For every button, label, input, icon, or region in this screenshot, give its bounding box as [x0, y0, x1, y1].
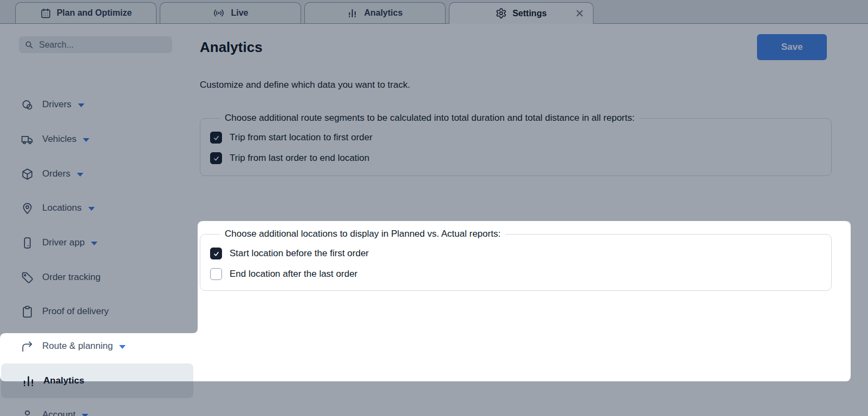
sidebar-item-account[interactable]: Account — [0, 398, 193, 416]
sidebar-item-label: Order tracking — [42, 272, 101, 283]
option-label: End location after the last order — [230, 269, 357, 280]
sidebar-item-label: Vehicles — [42, 134, 76, 145]
top-tab-bar: Plan and Optimize Live Analytics — [0, 0, 868, 24]
checkmark-icon — [212, 134, 220, 141]
tab-label: Settings — [512, 9, 546, 18]
checkmark-icon — [212, 250, 220, 257]
bar-chart-icon — [347, 8, 358, 19]
search-input[interactable] — [38, 40, 167, 50]
sidebar-search — [19, 36, 172, 53]
checkmark-icon — [212, 155, 220, 162]
main-content: Analytics Save Customize and define whic… — [198, 24, 868, 416]
app-window: Plan and Optimize Live Analytics — [0, 0, 868, 416]
sidebar-item-label: Drivers — [42, 99, 71, 110]
sidebar: Drivers Vehicles Orders — [0, 24, 198, 416]
page-title: Analytics — [200, 39, 263, 56]
calendar-icon — [40, 8, 51, 19]
tab-label: Plan and Optimize — [57, 8, 132, 18]
checkbox[interactable] — [210, 268, 222, 280]
close-tab-icon[interactable] — [575, 9, 584, 18]
tab-analytics[interactable]: Analytics — [304, 2, 446, 23]
sidebar-item-vehicles[interactable]: Vehicles — [0, 122, 193, 157]
sidebar-item-label: Analytics — [43, 375, 84, 386]
tab-label: Live — [231, 8, 248, 18]
route-segments-legend: Choose additional route segments to be c… — [220, 113, 639, 123]
chevron-down-icon — [83, 138, 89, 142]
phone-icon — [20, 236, 34, 250]
chevron-down-icon — [88, 207, 95, 211]
tab-plan-and-optimize[interactable]: Plan and Optimize — [15, 2, 156, 23]
sidebar-item-drivers[interactable]: Drivers — [0, 87, 193, 122]
clipboard-icon — [20, 304, 34, 318]
sidebar-item-proof-of-delivery[interactable]: Proof of delivery — [0, 294, 193, 329]
live-icon — [212, 8, 225, 18]
chevron-down-icon — [82, 414, 88, 416]
route-segments-section: Choose additional route segments to be c… — [200, 113, 832, 176]
chevron-down-icon — [119, 345, 126, 349]
tag-icon — [20, 270, 34, 284]
option-start-location[interactable]: Start location before the first order — [210, 245, 821, 262]
tab-settings[interactable]: Settings — [449, 2, 593, 24]
planned-vs-actual-section: Choose additional locations to display i… — [200, 229, 832, 291]
sidebar-item-label: Locations — [42, 203, 82, 213]
package-icon — [20, 167, 34, 181]
sidebar-item-route-planning[interactable]: Route & planning — [0, 329, 193, 363]
option-label: Start location before the first order — [230, 248, 369, 259]
tab-label: Analytics — [364, 8, 402, 18]
route-arrow-icon — [20, 339, 34, 353]
sidebar-item-driver-app[interactable]: Driver app — [0, 225, 193, 260]
option-trip-last-to-end[interactable]: Trip from last order to end location — [210, 150, 821, 167]
sidebar-item-label: Proof of delivery — [42, 306, 109, 317]
option-trip-start-to-first[interactable]: Trip from start location to first order — [210, 129, 821, 146]
person-icon — [20, 408, 34, 416]
planned-vs-actual-legend: Choose additional locations to display i… — [220, 229, 505, 239]
chevron-down-icon — [78, 103, 84, 107]
chevron-down-icon — [77, 173, 83, 177]
sidebar-item-label: Driver app — [42, 237, 84, 248]
search-icon — [24, 40, 34, 49]
truck-icon — [20, 132, 34, 146]
option-end-location[interactable]: End location after the last order — [210, 265, 821, 283]
sidebar-item-label: Orders — [42, 168, 70, 179]
chevron-down-icon — [91, 242, 97, 245]
sidebar-item-locations[interactable]: Locations — [0, 191, 193, 225]
checkbox[interactable] — [210, 152, 222, 164]
sidebar-item-order-tracking[interactable]: Order tracking — [0, 260, 193, 295]
checkbox[interactable] — [210, 248, 222, 259]
option-label: Trip from start location to first order — [230, 132, 373, 143]
bar-chart-icon — [21, 374, 35, 388]
checkbox[interactable] — [210, 132, 222, 144]
save-button[interactable]: Save — [757, 34, 827, 60]
page-description: Customize and define which data you want… — [200, 80, 410, 90]
map-pin-icon — [20, 201, 34, 215]
sidebar-item-label: Route & planning — [42, 341, 113, 352]
gear-icon — [495, 8, 507, 19]
sidebar-item-analytics[interactable]: Analytics — [1, 363, 193, 398]
option-label: Trip from last order to end location — [230, 153, 369, 164]
tab-live[interactable]: Live — [160, 2, 301, 23]
driver-cap-icon — [20, 98, 34, 112]
sidebar-item-label: Account — [42, 410, 75, 416]
sidebar-item-orders[interactable]: Orders — [0, 157, 193, 191]
